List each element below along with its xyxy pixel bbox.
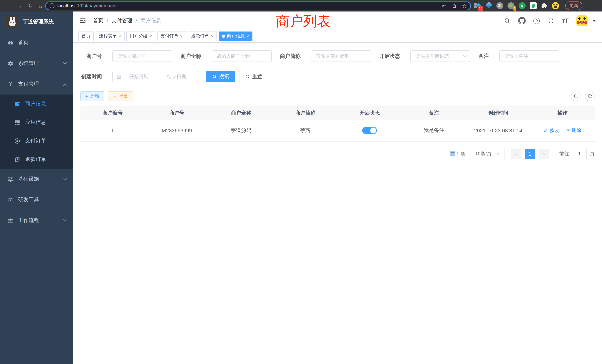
breadcrumb-home[interactable]: 首页 — [93, 17, 103, 24]
export-button[interactable]: 导出 — [108, 91, 133, 101]
total-count: 1 — [456, 151, 459, 156]
edit-pen-icon — [544, 128, 548, 133]
tab-pay-order[interactable]: 支付订单× — [157, 31, 186, 41]
filter-label: 开启状态 — [379, 53, 410, 60]
tab-merchant-info[interactable]: 商户信息× — [219, 31, 252, 41]
current-page-button[interactable]: 1 — [525, 149, 535, 159]
share-icon[interactable] — [452, 3, 457, 9]
url-host: localhost — [57, 3, 76, 8]
chrome-update-button[interactable]: 更新 — [565, 1, 582, 10]
avocado-badge: 1 — [513, 6, 516, 11]
app-logo[interactable]: 芋道管理系统 — [0, 11, 73, 32]
tab-refund-order[interactable]: 退款订单× — [188, 31, 217, 41]
tab-home[interactable]: 首页 — [78, 31, 94, 41]
browser-menu-icon[interactable]: ⋮ — [588, 3, 596, 9]
calendar-icon — [116, 74, 122, 79]
sidebar-item-app-info[interactable]: 应用信息 — [0, 113, 73, 132]
sidebar-item-workflow[interactable]: 工作流程 — [0, 210, 73, 231]
close-icon[interactable]: × — [119, 34, 121, 38]
reload-icon[interactable]: ↻ — [28, 3, 33, 9]
next-page-button[interactable]: › — [539, 149, 549, 159]
remark-input[interactable] — [499, 50, 559, 62]
filter-label: 商户全称 — [181, 53, 212, 60]
extensions-puzzle-icon[interactable] — [541, 2, 548, 9]
add-button[interactable]: + 新增 — [80, 91, 104, 101]
github-icon[interactable] — [518, 17, 526, 24]
page-size-select[interactable]: 10条/页 — [469, 149, 505, 159]
search-icon[interactable] — [504, 17, 511, 24]
user-avatar[interactable] — [576, 15, 588, 26]
sidebar-item-label: 支付订单 — [25, 138, 46, 144]
extension-y-icon[interactable]: y — [519, 2, 526, 9]
sidebar-toggle-icon[interactable] — [79, 17, 86, 24]
chevron-down-icon — [463, 54, 467, 57]
extension-avocado-icon[interactable]: 1 — [507, 2, 515, 9]
close-icon[interactable]: × — [180, 34, 183, 38]
status-select[interactable]: 请选择开启状态 — [410, 50, 470, 62]
filter-label: 商户号 — [80, 53, 112, 60]
reset-button-label: 重置 — [252, 73, 262, 80]
help-icon[interactable]: ? — [534, 18, 540, 24]
sidebar-item-label: 工作流程 — [18, 217, 39, 224]
prev-page-button[interactable]: ‹ — [511, 149, 521, 159]
sidebar-item-refund-order[interactable]: 退款订单 — [0, 150, 73, 169]
sidebar-item-home[interactable]: 首页 — [0, 32, 73, 53]
close-icon[interactable]: × — [149, 34, 152, 38]
status-toggle[interactable] — [362, 127, 377, 134]
filter-full-name: 商户全称 — [181, 50, 272, 62]
column-header: 商户号 — [145, 106, 209, 120]
close-icon[interactable]: × — [211, 34, 214, 38]
sidebar-item-pay-order[interactable]: 支付订单 — [0, 132, 73, 150]
reset-button[interactable]: 重置 — [239, 71, 268, 82]
edit-button[interactable]: 修改 — [544, 127, 559, 134]
back-icon[interactable]: ← — [5, 3, 11, 9]
download-icon — [112, 94, 117, 98]
date-range-picker[interactable]: 开始日期 - 结束日期 — [112, 71, 198, 82]
sidebar-item-dev-tools[interactable]: 研发工具 — [0, 189, 73, 210]
pagination-goto: 前往 页 — [559, 149, 595, 159]
tab-process-form[interactable]: 流程表单× — [96, 31, 125, 41]
edit-label: 修改 — [549, 127, 559, 134]
font-size-icon[interactable]: тT — [562, 17, 569, 24]
merchant-table: 商户编号 商户号 商户全称 商户简称 开启状态 备注 创建时间 操作 1 — [80, 106, 595, 141]
extension-leaf-icon[interactable] — [530, 2, 537, 9]
password-key-icon[interactable] — [441, 3, 447, 9]
merchant-no-input[interactable] — [112, 50, 172, 62]
site-info-icon[interactable]: i — [50, 3, 54, 8]
full-name-input[interactable] — [212, 50, 272, 62]
search-button[interactable]: 搜索 — [206, 71, 235, 82]
fullscreen-icon[interactable] — [548, 17, 554, 24]
refresh-icon — [245, 74, 250, 79]
bookmark-star-icon[interactable]: ☆ — [462, 3, 467, 9]
tab-user-group[interactable]: 用户分组× — [126, 31, 155, 41]
sidebar-item-merchant-info[interactable]: 商户信息 — [0, 95, 73, 113]
sidebar-item-system[interactable]: 系统管理 — [0, 53, 73, 74]
show-search-toggle-button[interactable] — [571, 91, 580, 101]
extension-gem-icon[interactable] — [485, 2, 492, 9]
breadcrumb-section[interactable]: 支付管理 — [112, 17, 132, 24]
sidebar-item-infra[interactable]: 基础设施 — [0, 169, 73, 189]
extension-area: 10 ⌘ 1 y 更新 ⋮ — [471, 1, 599, 10]
pay-submenu: 商户信息 应用信息 支付订单 退款订单 — [0, 95, 73, 169]
short-name-input[interactable] — [311, 50, 371, 62]
sidebar-item-label: 系统管理 — [18, 60, 39, 67]
close-icon[interactable]: × — [247, 34, 249, 38]
column-header: 创建时间 — [466, 106, 530, 120]
monitor-icon — [7, 176, 14, 182]
refresh-table-button[interactable] — [585, 91, 595, 101]
home-icon[interactable]: ⌂ — [39, 3, 42, 9]
extension-command-icon[interactable]: ⌘ — [496, 2, 503, 9]
delete-button[interactable]: 删除 — [566, 127, 581, 134]
extension-blue-diamond-icon[interactable]: 10 — [474, 2, 481, 9]
forward-icon[interactable]: → — [17, 3, 22, 9]
sidebar-item-pay[interactable]: ¥ 支付管理 — [0, 74, 73, 95]
cell-short-name: 芋艿 — [273, 120, 337, 141]
tags-view: 首页 流程表单× 用户分组× 支付订单× 退款订单× 商户信息× — [73, 30, 602, 43]
url-text[interactable]: localhost:1024/pay/merchant — [57, 3, 441, 8]
tab-label: 首页 — [82, 33, 90, 39]
avatar-caret-icon[interactable] — [592, 20, 596, 22]
column-header: 商户全称 — [209, 106, 273, 120]
profile-emoji-icon[interactable] — [552, 2, 559, 9]
url-bar[interactable]: i localhost:1024/pay/merchant ☆ — [45, 1, 471, 10]
goto-page-input[interactable] — [572, 149, 587, 159]
